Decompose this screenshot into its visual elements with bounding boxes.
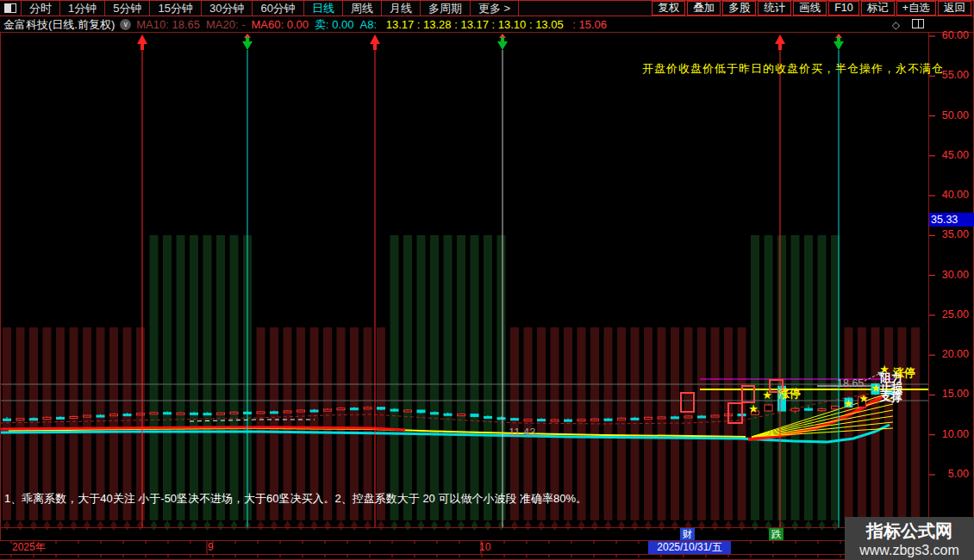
y-axis-label: 55.00 <box>942 69 969 81</box>
current-date-badge: 2025/10/31/五 <box>648 541 731 554</box>
svg-text:★: ★ <box>748 402 759 415</box>
price-chart[interactable]: ★★★★★★ <box>0 0 974 560</box>
fall-badge[interactable]: 跌 <box>769 528 784 540</box>
y-axis-label: 50.00 <box>942 109 969 121</box>
y-axis-label: 5.00 <box>948 468 969 480</box>
y-axis-label: 35.00 <box>942 228 969 240</box>
last-price-badge: 35.33 <box>929 213 974 227</box>
price-axis: 60.0055.0050.0045.0040.0035.0030.0025.00… <box>930 33 973 541</box>
price-label-low: 11.43 <box>509 426 536 439</box>
y-axis-label: 60.00 <box>942 29 969 41</box>
svg-text:★: ★ <box>762 389 772 401</box>
y-axis-label: 20.00 <box>942 348 969 360</box>
watermark-site-name: 指标公式网 <box>845 520 974 543</box>
axis-month-label-10: 10 <box>479 541 490 554</box>
svg-text:★: ★ <box>858 392 869 405</box>
axis-month-label-9: 9 <box>208 541 214 554</box>
y-axis-label: 10.00 <box>942 428 969 440</box>
time-axis: 2025年 9 10 2025/10/31/五 <box>0 541 974 554</box>
svg-text:★: ★ <box>843 397 853 410</box>
limit-up-label-1: 涨停 <box>778 386 801 401</box>
support-resistance-labels: 阻力止损支撑 <box>880 373 902 401</box>
watermark-url: www.zbgs3.com <box>845 543 974 558</box>
y-axis-label: 25.00 <box>942 308 969 320</box>
watermark: 指标公式网 www.zbgs3.com <box>845 517 974 560</box>
y-axis-label: 45.00 <box>942 149 969 161</box>
y-axis-label: 30.00 <box>942 269 969 281</box>
axis-year-label: 2025年 <box>12 541 46 554</box>
y-axis-label: 15.00 <box>942 388 969 400</box>
indicator-note: 1、乖离系数，大于40关注 小于-50坚决不进场，大于60坚决买入。2、控盘系数… <box>4 491 587 507</box>
y-axis-label: 40.00 <box>942 189 969 201</box>
stock-app-window: 分时1分钟5分钟15分钟30分钟60分钟日线周线月线多周期更多 > 复权叠加多股… <box>0 0 974 560</box>
strategy-annotation: 开盘价收盘价低于昨日的收盘价买，半仓操作，永不满仓 <box>642 61 944 77</box>
price-label-fan: 18.65 <box>837 377 864 389</box>
finance-badge[interactable]: 财 <box>680 528 695 540</box>
